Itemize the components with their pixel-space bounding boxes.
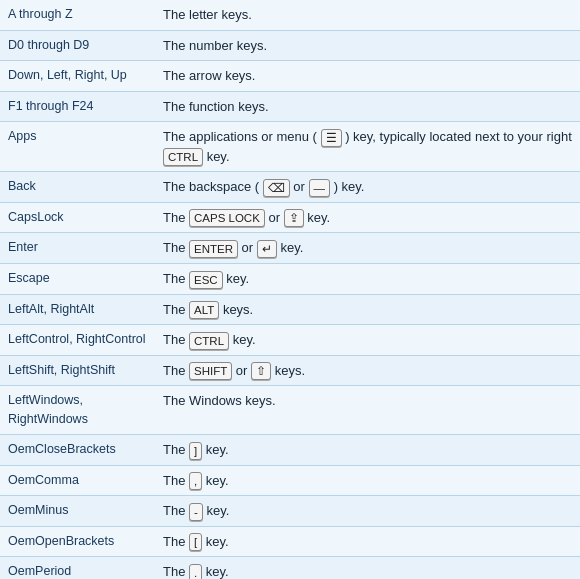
table-row: Down, Left, Right, UpThe arrow keys.: [0, 61, 580, 92]
table-row: Escape The ESC key.: [0, 264, 580, 295]
key-name-cell: CapsLock: [0, 202, 155, 233]
key-name-cell: LeftShift, RightShift: [0, 355, 155, 386]
key-name-cell: LeftAlt, RightAlt: [0, 294, 155, 325]
description-text: The: [163, 332, 189, 347]
description-text: The: [163, 363, 189, 378]
description-text: The backspace (: [163, 179, 263, 194]
key-name-cell: F1 through F24: [0, 91, 155, 122]
keyboard-key: —: [309, 179, 331, 197]
key-name-cell: D0 through D9: [0, 30, 155, 61]
table-row: CapsLock The CAPS LOCK or ⇪ key.: [0, 202, 580, 233]
description-text: or: [232, 363, 251, 378]
key-name-cell: LeftWindows, RightWindows: [0, 386, 155, 435]
table-row: LeftAlt, RightAlt The ALT keys.: [0, 294, 580, 325]
keyboard-key: ENTER: [189, 240, 238, 258]
key-name-cell: OemPeriod: [0, 557, 155, 579]
keyboard-key: ALT: [189, 301, 219, 319]
key-name-cell: Enter: [0, 233, 155, 264]
description-text: or: [290, 179, 309, 194]
keyboard-key: CTRL: [189, 332, 229, 350]
keyboard-key: ☰: [321, 129, 342, 147]
description-text: key.: [202, 473, 229, 488]
description-text: key.: [203, 503, 230, 518]
description-cell: The arrow keys.: [155, 61, 580, 92]
keyboard-key: ⌫: [263, 179, 290, 197]
description-text: The function keys.: [163, 99, 269, 114]
key-name-cell: Escape: [0, 264, 155, 295]
table-row: OemPeriod The . key.: [0, 557, 580, 579]
description-cell: The letter keys.: [155, 0, 580, 30]
keyboard-key: ↵: [257, 240, 277, 258]
keyboard-key: .: [189, 564, 202, 579]
description-text: key.: [304, 210, 331, 225]
description-cell: The ] key.: [155, 434, 580, 465]
description-text: key.: [202, 564, 229, 579]
description-text: The: [163, 564, 189, 579]
description-cell: The ALT keys.: [155, 294, 580, 325]
description-cell: The SHIFT or ⇧ keys.: [155, 355, 580, 386]
description-text: The Windows keys.: [163, 393, 276, 408]
description-cell: The ENTER or ↵ key.: [155, 233, 580, 264]
keyboard-key: [: [189, 533, 202, 551]
keyboard-key: ]: [189, 442, 202, 460]
description-cell: The Windows keys.: [155, 386, 580, 435]
table-row: LeftWindows, RightWindowsThe Windows key…: [0, 386, 580, 435]
description-text: or: [265, 210, 284, 225]
description-text: key.: [223, 271, 250, 286]
key-name-cell: Apps: [0, 122, 155, 172]
description-text: key.: [277, 240, 304, 255]
table-row: D0 through D9The number keys.: [0, 30, 580, 61]
keyboard-key: ⇧: [251, 362, 271, 380]
table-row: OemOpenBrackets The [ key.: [0, 526, 580, 557]
keyboard-key: CAPS LOCK: [189, 209, 265, 227]
description-text: The: [163, 473, 189, 488]
description-cell: The . key.: [155, 557, 580, 579]
description-cell: The number keys.: [155, 30, 580, 61]
description-text: or: [238, 240, 257, 255]
description-text: The: [163, 210, 189, 225]
key-name-cell: Down, Left, Right, Up: [0, 61, 155, 92]
description-text: key.: [202, 442, 229, 457]
table-row: OemCloseBrackets The ] key.: [0, 434, 580, 465]
keyboard-key: CTRL: [163, 148, 203, 166]
key-name-cell: LeftControl, RightControl: [0, 325, 155, 356]
description-text: The arrow keys.: [163, 68, 255, 83]
table-row: LeftShift, RightShift The SHIFT or ⇧ key…: [0, 355, 580, 386]
key-reference-table: A through ZThe letter keys.D0 through D9…: [0, 0, 580, 579]
key-name-cell: Back: [0, 172, 155, 203]
description-text: keys.: [219, 302, 253, 317]
keyboard-key: ⇪: [284, 209, 304, 227]
keyboard-key: ESC: [189, 271, 223, 289]
description-cell: The CAPS LOCK or ⇪ key.: [155, 202, 580, 233]
description-text: key.: [202, 534, 229, 549]
description-cell: The - key.: [155, 496, 580, 527]
description-text: The: [163, 503, 189, 518]
description-text: The number keys.: [163, 38, 267, 53]
keyboard-key: SHIFT: [189, 362, 232, 380]
description-text: key.: [203, 149, 230, 164]
description-text: keys.: [271, 363, 305, 378]
description-cell: The function keys.: [155, 91, 580, 122]
description-text: The letter keys.: [163, 7, 252, 22]
table-row: Enter The ENTER or ↵ key.: [0, 233, 580, 264]
table-row: OemComma The , key.: [0, 465, 580, 496]
description-text: key.: [229, 332, 256, 347]
key-name-cell: OemComma: [0, 465, 155, 496]
keyboard-key: -: [189, 503, 203, 521]
key-name-cell: OemCloseBrackets: [0, 434, 155, 465]
table-row: A through ZThe letter keys.: [0, 0, 580, 30]
description-cell: The , key.: [155, 465, 580, 496]
table-row: LeftControl, RightControl The CTRL key.: [0, 325, 580, 356]
table-row: Apps The applications or menu ( ☰ ) key,…: [0, 122, 580, 172]
description-text: The: [163, 302, 189, 317]
description-text: The: [163, 240, 189, 255]
description-text: The: [163, 442, 189, 457]
table-row: F1 through F24The function keys.: [0, 91, 580, 122]
description-text: ) key.: [330, 179, 364, 194]
key-name-cell: A through Z: [0, 0, 155, 30]
description-text: The: [163, 271, 189, 286]
description-cell: The backspace ( ⌫ or — ) key.: [155, 172, 580, 203]
table-row: OemMinus The - key.: [0, 496, 580, 527]
description-text: The: [163, 534, 189, 549]
table-row: Back The backspace ( ⌫ or — ) key.: [0, 172, 580, 203]
